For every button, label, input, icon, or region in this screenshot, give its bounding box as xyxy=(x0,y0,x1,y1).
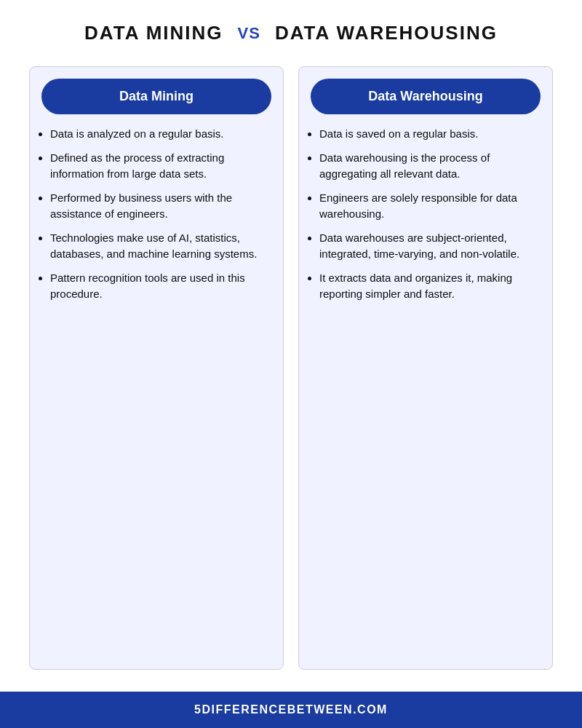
data-warehousing-list: Data is saved on a regular basis.Data wa… xyxy=(299,126,552,303)
data-warehousing-header: Data Warehousing xyxy=(311,79,541,114)
title-vs: VS xyxy=(238,24,260,43)
data-warehousing-column: Data Warehousing Data is saved on a regu… xyxy=(298,66,553,670)
list-item: Technologies make use of AI, statistics,… xyxy=(50,230,271,263)
data-mining-list: Data is analyzed on a regular basis.Defi… xyxy=(30,126,283,303)
list-item: Engineers are solely responsible for dat… xyxy=(319,190,541,223)
footer-text: 5DIFFERENCEBETWEEN.COM xyxy=(194,703,388,716)
title-data-mining: DATA MINING xyxy=(84,22,223,44)
list-item: Defined as the process of extracting inf… xyxy=(50,150,271,183)
list-item: Pattern recognition tools are used in th… xyxy=(50,270,271,303)
list-item: Data warehousing is the process of aggre… xyxy=(319,150,541,183)
data-mining-column: Data Mining Data is analyzed on a regula… xyxy=(29,66,284,670)
data-mining-header: Data Mining xyxy=(41,79,271,114)
list-item: Data is saved on a regular basis. xyxy=(319,126,541,143)
page-title-bar: DATA MINING VS DATA WAREHOUSING xyxy=(29,22,553,44)
list-item: It extracts data and organizes it, makin… xyxy=(319,270,541,303)
title-data-warehousing: DATA WAREHOUSING xyxy=(275,22,498,44)
list-item: Performed by business users with the ass… xyxy=(50,190,271,223)
list-item: Data warehouses are subject-oriented, in… xyxy=(319,230,541,263)
comparison-container: Data Mining Data is analyzed on a regula… xyxy=(29,66,553,670)
list-item: Data is analyzed on a regular basis. xyxy=(50,126,271,143)
footer-bar: 5DIFFERENCEBETWEEN.COM xyxy=(0,692,582,728)
